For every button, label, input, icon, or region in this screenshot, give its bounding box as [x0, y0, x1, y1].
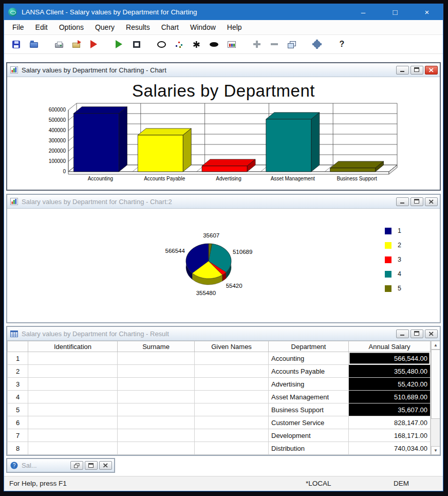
cell-annual-salary[interactable]: 355,480.00 — [349, 365, 431, 378]
close-button[interactable]: × — [420, 4, 434, 20]
cell-annual-salary[interactable]: 740,034.00 — [349, 442, 431, 455]
open-button[interactable] — [26, 37, 42, 52]
cell-identification[interactable] — [28, 416, 118, 429]
chart-close-button[interactable] — [425, 66, 438, 75]
cell-department[interactable]: Business Support — [269, 403, 349, 416]
menu-item-results[interactable]: Results — [120, 21, 156, 33]
cell-identification[interactable] — [28, 352, 118, 365]
cell-given-names[interactable] — [195, 429, 269, 442]
menu-item-file[interactable]: File — [7, 21, 30, 33]
menu-item-edit[interactable]: Edit — [30, 21, 53, 33]
chart2-maximize-button[interactable] — [410, 197, 423, 206]
cell-department[interactable]: Accounting — [269, 352, 349, 365]
cell-department[interactable]: Advertising — [269, 378, 349, 391]
cell-department[interactable]: Asset Management — [269, 391, 349, 403]
cell-department[interactable]: Customer Service — [269, 416, 349, 429]
column-header-annual-salary[interactable]: Annual Salary — [349, 341, 431, 352]
row-number[interactable]: 1 — [8, 352, 28, 365]
menu-item-options[interactable]: Options — [53, 21, 89, 33]
save-button[interactable] — [8, 37, 24, 52]
menu-item-window[interactable]: Window — [184, 21, 221, 33]
cell-annual-salary[interactable]: 566,544.00 — [349, 352, 431, 365]
row-number[interactable]: 5 — [8, 403, 28, 416]
zoom-in-button[interactable] — [249, 37, 265, 52]
minimized-close-button[interactable] — [99, 461, 112, 470]
cell-surname[interactable] — [118, 403, 195, 416]
column-header-surname[interactable]: Surname — [118, 341, 195, 352]
circle-chart-button[interactable] — [154, 37, 170, 52]
cell-identification[interactable] — [28, 403, 118, 416]
titlebar[interactable]: LANSA Client - Salary values by Departme… — [4, 4, 443, 20]
scroll-thumb[interactable] — [431, 350, 440, 419]
cell-identification[interactable] — [28, 378, 118, 391]
row-number[interactable]: 7 — [8, 429, 28, 442]
print-button[interactable] — [51, 37, 67, 52]
cell-given-names[interactable] — [195, 365, 269, 378]
cell-surname[interactable] — [118, 442, 195, 455]
result-close-button[interactable] — [425, 329, 438, 338]
cascade-button[interactable] — [284, 37, 300, 52]
cell-surname[interactable] — [118, 365, 195, 378]
cell-surname[interactable] — [118, 352, 195, 365]
ellipse-chart-button[interactable] — [206, 37, 222, 52]
row-number[interactable]: 2 — [8, 365, 28, 378]
scroll-down-button[interactable] — [431, 446, 440, 455]
column-header-given-names[interactable]: Given Names — [195, 341, 269, 352]
help-button[interactable] — [334, 37, 350, 52]
cell-given-names[interactable] — [195, 378, 269, 391]
chart-minimize-button[interactable] — [396, 66, 409, 75]
cell-given-names[interactable] — [195, 391, 269, 403]
menu-item-query[interactable]: Query — [89, 21, 120, 33]
cell-identification[interactable] — [28, 391, 118, 403]
row-number[interactable]: 8 — [8, 442, 28, 455]
cell-annual-salary[interactable]: 828,147.00 — [349, 416, 431, 429]
cell-department[interactable]: Distribution — [269, 442, 349, 455]
zoom-out-button[interactable] — [266, 37, 282, 52]
cell-given-names[interactable] — [195, 352, 269, 365]
maximize-button[interactable]: □ — [388, 4, 402, 20]
chart2-window-titlebar[interactable]: Salary values by Department for Charting… — [7, 195, 440, 209]
cell-surname[interactable] — [118, 429, 195, 442]
result-minimize-button[interactable] — [396, 329, 409, 338]
cell-given-names[interactable] — [195, 416, 269, 429]
column-header-identification[interactable]: Identification — [28, 341, 118, 352]
stop-button[interactable] — [128, 37, 144, 52]
menu-item-chart[interactable]: Chart — [156, 21, 184, 33]
cell-annual-salary[interactable]: 55,420.00 — [349, 378, 431, 391]
cell-surname[interactable] — [118, 416, 195, 429]
run-query-button[interactable] — [86, 37, 102, 52]
chart2-minimize-button[interactable] — [396, 197, 409, 206]
result-maximize-button[interactable] — [410, 329, 423, 338]
minimized-window[interactable]: ? Sal... — [6, 458, 115, 473]
chart2-close-button[interactable] — [425, 197, 438, 206]
cell-surname[interactable] — [118, 391, 195, 403]
cell-department[interactable]: Development — [269, 429, 349, 442]
star-chart-button[interactable] — [189, 37, 204, 52]
minimized-restore-button[interactable] — [70, 461, 83, 470]
cell-surname[interactable] — [118, 378, 195, 391]
cell-identification[interactable] — [28, 442, 118, 455]
column-header-department[interactable]: Department — [269, 341, 349, 352]
grid-corner[interactable] — [8, 341, 28, 352]
cell-annual-salary[interactable]: 35,607.00 — [349, 403, 431, 416]
scatter-chart-button[interactable] — [171, 37, 187, 52]
row-number[interactable]: 3 — [8, 378, 28, 391]
vertical-scrollbar[interactable] — [431, 341, 440, 455]
minimized-maximize-button[interactable] — [85, 461, 98, 470]
cell-identification[interactable] — [28, 365, 118, 378]
scroll-up-button[interactable] — [431, 341, 440, 350]
cell-identification[interactable] — [28, 429, 118, 442]
cell-annual-salary[interactable]: 168,171.00 — [349, 429, 431, 442]
cell-department[interactable]: Accounts Payable — [269, 365, 349, 378]
play-button[interactable] — [111, 37, 127, 52]
cell-annual-salary[interactable]: 510,689.00 — [349, 391, 431, 403]
chart-slide-button[interactable] — [223, 37, 239, 52]
chart-maximize-button[interactable] — [410, 66, 423, 75]
row-number[interactable]: 6 — [8, 416, 28, 429]
row-number[interactable]: 4 — [8, 391, 28, 403]
cell-given-names[interactable] — [195, 403, 269, 416]
chart-window-titlebar[interactable]: Salary values by Department for Charting… — [7, 63, 440, 77]
cell-given-names[interactable] — [195, 442, 269, 455]
result-window-titlebar[interactable]: Salary values by Department for Charting… — [7, 327, 440, 341]
menu-item-help[interactable]: Help — [221, 21, 248, 33]
